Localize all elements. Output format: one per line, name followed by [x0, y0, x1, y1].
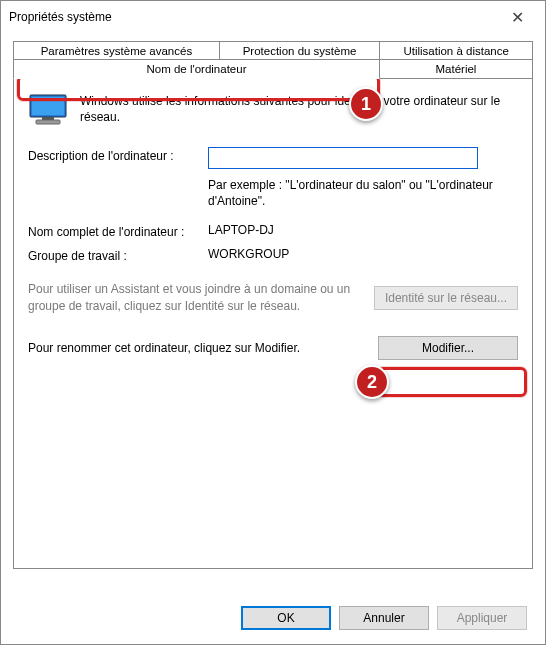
- apply-button: Appliquer: [437, 606, 527, 630]
- intro-row: Windows utilise les informations suivant…: [28, 93, 518, 129]
- fullname-value: LAPTOP-DJ: [208, 223, 518, 237]
- tab-computer-name[interactable]: Nom de l'ordinateur: [13, 59, 380, 79]
- dialog-buttons: OK Annuler Appliquer: [241, 606, 527, 630]
- modify-button[interactable]: Modifier...: [378, 336, 518, 360]
- computer-icon: [28, 93, 68, 129]
- fullname-label: Nom complet de l'ordinateur :: [28, 223, 208, 239]
- titlebar: Propriétés système ✕: [1, 1, 545, 33]
- description-input[interactable]: [208, 147, 478, 169]
- description-label: Description de l'ordinateur :: [28, 147, 208, 163]
- network-id-button: Identité sur le réseau...: [374, 286, 518, 310]
- content-area: Paramètres système avancés Protection du…: [1, 33, 545, 581]
- tab-system-protection[interactable]: Protection du système: [219, 41, 380, 60]
- intro-text: Windows utilise les informations suivant…: [80, 93, 518, 129]
- tab-panel: Windows utilise les informations suivant…: [13, 79, 533, 569]
- system-properties-window: Propriétés système ✕ Paramètres système …: [0, 0, 546, 645]
- tab-advanced-settings[interactable]: Paramètres système avancés: [13, 41, 220, 60]
- description-example: Par exemple : "L'ordinateur du salon" ou…: [208, 177, 518, 209]
- tab-hardware[interactable]: Matériel: [379, 59, 533, 78]
- cancel-button[interactable]: Annuler: [339, 606, 429, 630]
- svg-rect-1: [32, 97, 64, 115]
- tabstrip: Paramètres système avancés Protection du…: [13, 41, 533, 569]
- tab-remote[interactable]: Utilisation à distance: [379, 41, 533, 60]
- close-icon[interactable]: ✕: [497, 8, 537, 27]
- workgroup-value: WORKGROUP: [208, 247, 518, 261]
- ok-button[interactable]: OK: [241, 606, 331, 630]
- network-id-text: Pour utiliser un Assistant et vous joind…: [28, 281, 364, 313]
- window-title: Propriétés système: [9, 10, 497, 24]
- workgroup-label: Groupe de travail :: [28, 247, 208, 263]
- svg-rect-3: [36, 120, 60, 124]
- modify-text: Pour renommer cet ordinateur, cliquez su…: [28, 341, 368, 355]
